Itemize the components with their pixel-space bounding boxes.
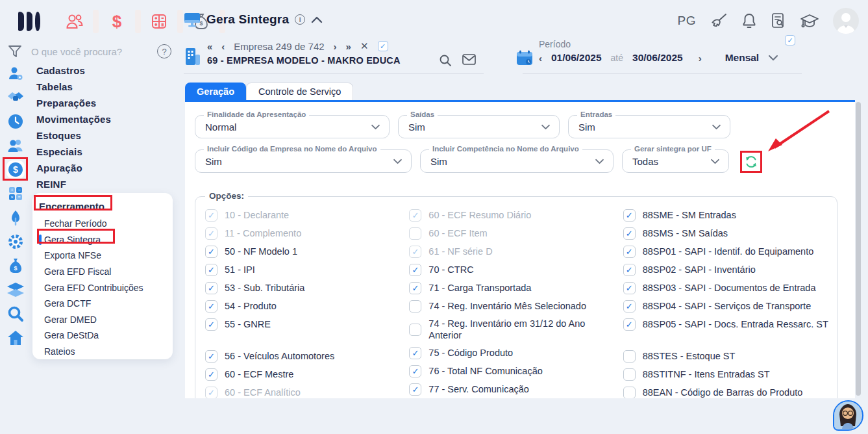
option-checkbox-item[interactable]: ✓ 11 - Complemento — [205, 224, 409, 242]
option-checkbox-item[interactable]: ✓ 56 - Veículos Automotores — [205, 347, 409, 365]
prev-period-button[interactable]: ‹ — [539, 53, 542, 64]
assistant-avatar[interactable] — [833, 400, 863, 431]
submenu-header[interactable]: Encerramento — [32, 198, 173, 216]
option-checkbox-item[interactable]: ✓ 88SP04 - SAPI - Serviços de Transporte — [623, 297, 837, 315]
option-checkbox-item[interactable]: ✓ 88STES - Estoque ST — [623, 347, 837, 365]
checkbox[interactable]: ✓ — [205, 350, 217, 363]
gear-icon[interactable] — [3, 229, 29, 253]
checkbox[interactable]: ✓ — [205, 264, 217, 276]
option-checkbox-item[interactable]: ✓ 51 - IPI — [205, 261, 409, 279]
people-group-icon[interactable] — [3, 133, 29, 157]
checkbox[interactable]: ✓ — [409, 300, 421, 313]
period-start-date[interactable]: 01/06/2025 — [551, 52, 602, 64]
handshake-icon[interactable] — [3, 85, 29, 109]
vertical-scrollbar[interactable] — [856, 102, 861, 396]
dropdown[interactable]: Finalidade da Apresentação Normal — [195, 115, 390, 138]
checkbox[interactable]: ✓ — [205, 227, 217, 240]
envelope-icon[interactable] — [462, 54, 476, 65]
checkbox[interactable]: ✓ — [623, 300, 636, 313]
sidebar-menu-item[interactable]: Cadastros — [36, 62, 176, 79]
dropdown[interactable]: Incluir Código da Empresa no Nome do Arq… — [195, 149, 412, 173]
option-checkbox-item[interactable]: ✓ 75 - Código Produto — [409, 344, 623, 362]
option-checkbox-item[interactable]: ✓ 50 - NF Modelo 1 — [205, 242, 409, 261]
period-end-date[interactable]: 30/06/2025 — [632, 52, 683, 64]
checkbox[interactable]: ✓ — [205, 246, 217, 258]
period-mode-chevron-icon[interactable] — [768, 55, 778, 61]
dropdown[interactable]: Incluir Competência no Nome do Arquivo S… — [420, 149, 614, 173]
checkbox[interactable]: ✓ — [623, 209, 636, 222]
option-checkbox-item[interactable]: ✓ 88SMS - SM Saídas — [623, 224, 837, 242]
submenu-item[interactable]: Gera EFD Contribuições — [32, 279, 173, 296]
sidebar-menu-item[interactable]: Estoques — [36, 127, 176, 144]
option-checkbox-item[interactable]: ✓ 54 - Produto — [205, 297, 409, 315]
layers-icon[interactable] — [3, 277, 29, 301]
checkbox[interactable]: ✓ — [623, 227, 636, 240]
checkbox[interactable]: ✓ — [623, 246, 636, 258]
submenu-item[interactable]: Gera EFD Fiscal — [32, 264, 173, 280]
checkbox[interactable]: ✓ — [623, 264, 636, 276]
sidebar-menu-item[interactable]: Preparações — [36, 95, 176, 111]
help-icon[interactable]: ? — [157, 44, 171, 58]
option-checkbox-item[interactable]: ✓ 71 - Carga Transportada — [409, 279, 623, 297]
clock-icon[interactable] — [3, 109, 29, 133]
person-gear-icon[interactable] — [3, 61, 29, 85]
checkbox[interactable]: ✓ — [205, 318, 217, 331]
bell-icon[interactable] — [741, 12, 757, 30]
option-checkbox-item[interactable]: ✓ 88SP05 - SAPI - Docs. Entrada Ressarc.… — [623, 315, 837, 333]
option-checkbox-item[interactable]: ✓ 53 - Sub. Tributária — [205, 279, 409, 297]
checkbox[interactable]: ✓ — [623, 368, 636, 381]
checkbox[interactable]: ✓ — [409, 209, 421, 222]
app-logo[interactable] — [18, 12, 40, 31]
info-icon[interactable]: i — [295, 14, 305, 25]
checkbox[interactable]: ✓ — [205, 282, 217, 294]
people-icon[interactable] — [60, 9, 90, 34]
submenu-item[interactable]: Gera DeStDa — [32, 327, 173, 344]
submenu-item[interactable]: Rateios — [32, 344, 173, 360]
submenu-item[interactable]: Gera Sintegra — [32, 232, 173, 248]
prev-company-button[interactable]: ‹ — [221, 41, 225, 52]
option-checkbox-item[interactable]: ✓ 88SME - SM Entradas — [623, 206, 837, 224]
option-checkbox-item[interactable]: ✓ 74 - Reg. Inventário Mês Selecionado — [409, 297, 623, 315]
checkbox[interactable]: ✓ — [409, 324, 421, 336]
checkbox[interactable]: ✓ — [623, 387, 636, 399]
document-search-icon[interactable] — [771, 12, 786, 30]
pen-icon[interactable] — [3, 205, 29, 229]
option-checkbox-item[interactable]: ✓ 61 - NF série D — [409, 242, 623, 261]
broom-icon[interactable] — [710, 12, 728, 29]
sidebar-menu-item[interactable]: Apuração — [36, 160, 176, 176]
checkbox[interactable]: ✓ — [623, 282, 636, 294]
option-checkbox-item[interactable]: ✓ 88SP03 - SAPI - Documentos de Entrada — [623, 279, 837, 297]
company-checkbox[interactable]: ✓ — [378, 41, 388, 51]
option-checkbox-item[interactable]: ✓ 88SP02 - SAPI - Inventário — [623, 261, 837, 279]
last-company-button[interactable]: » — [346, 41, 351, 52]
option-checkbox-item[interactable]: ✓ 60 - ECF Mestre — [205, 365, 409, 383]
checkbox[interactable]: ✓ — [409, 347, 421, 359]
dropdown[interactable]: Entradas Sim — [568, 115, 730, 138]
checkbox[interactable]: ✓ — [409, 282, 421, 294]
checkbox[interactable]: ✓ — [409, 246, 421, 258]
money-bag-blue-icon[interactable]: $ — [3, 253, 29, 277]
checkbox[interactable]: ✓ — [409, 365, 421, 377]
refresh-button[interactable] — [740, 151, 762, 173]
tab[interactable]: Geração — [185, 83, 246, 100]
checkbox[interactable]: ✓ — [205, 387, 217, 399]
sidebar-menu-item[interactable]: Movimentações — [36, 111, 176, 127]
period-checkbox[interactable]: ✓ — [785, 35, 795, 45]
dropdown[interactable]: Gerar sintegra por UF Todas — [622, 149, 729, 173]
option-checkbox-item[interactable]: ✓ 88SP01 - SAPI - Identif. do Equipament… — [623, 242, 837, 261]
checkbox[interactable]: ✓ — [409, 383, 421, 396]
search-bar[interactable]: O que você procura? ? — [8, 40, 177, 62]
apuracao-dollar-icon[interactable]: $ — [3, 157, 29, 181]
search-input[interactable]: O que você procura? — [31, 46, 157, 57]
option-checkbox-item[interactable]: ✓ 76 - Total NF Comunicação — [409, 362, 623, 380]
option-checkbox-item[interactable]: ✓ 88EAN - Código de Barras do Produto — [623, 383, 837, 398]
home-icon[interactable] — [3, 326, 29, 350]
option-checkbox-item[interactable]: ✓ 60 - ECF Resumo Diário — [409, 206, 623, 224]
graduation-cap-icon[interactable] — [800, 12, 819, 29]
avatar[interactable] — [833, 8, 859, 34]
next-company-button[interactable]: › — [334, 41, 337, 52]
checkbox[interactable]: ✓ — [205, 209, 217, 222]
submenu-item[interactable]: Exporta NFSe — [32, 248, 173, 264]
submenu-item[interactable]: Gera DCTF — [32, 296, 173, 312]
option-checkbox-item[interactable]: ✓ 88STITNF - Itens Entradas ST — [623, 365, 837, 383]
